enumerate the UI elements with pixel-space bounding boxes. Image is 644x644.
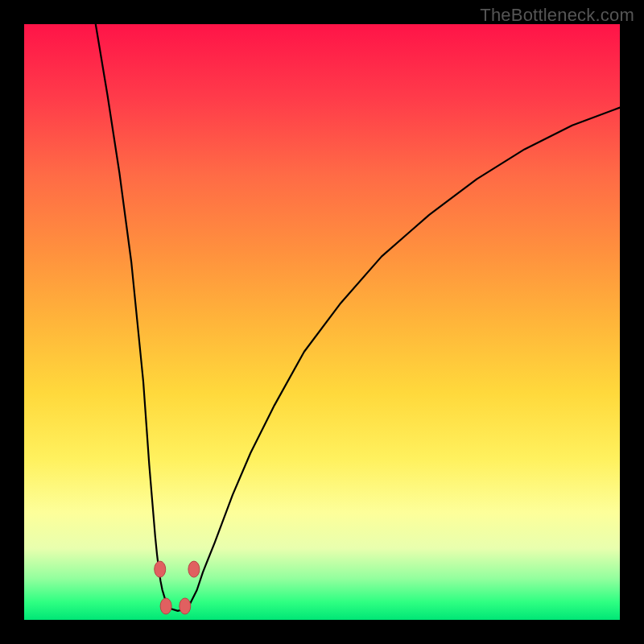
curves-svg [24, 24, 620, 620]
chart-frame: TheBottleneck.com [0, 0, 644, 644]
watermark-text: TheBottleneck.com [480, 5, 634, 26]
plot-area [24, 24, 620, 620]
curve-marker [160, 598, 171, 614]
bottleneck-curve [96, 24, 620, 611]
curve-marker [155, 561, 166, 577]
series-group [96, 24, 620, 611]
curve-marker [180, 598, 191, 614]
curve-marker [188, 561, 200, 577]
